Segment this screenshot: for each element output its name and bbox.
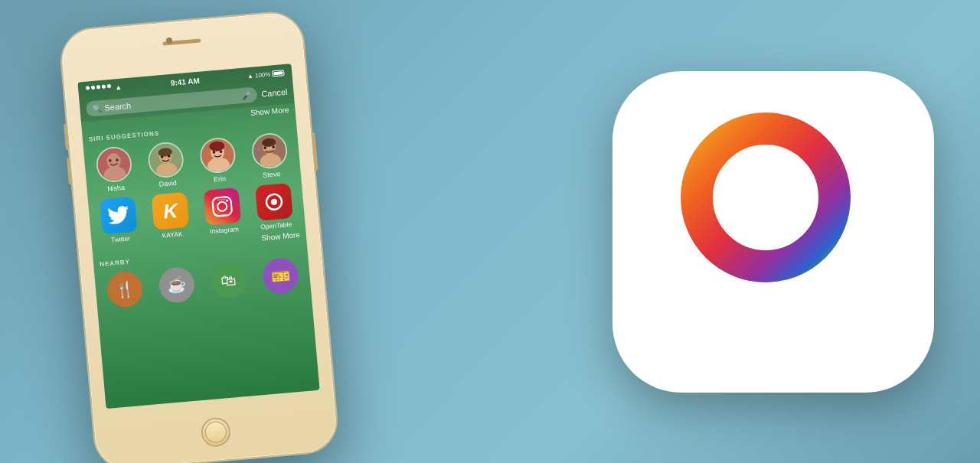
contact-avatar-steve: [250, 132, 289, 170]
contact-name-erin: Erin: [214, 174, 227, 183]
ios9-icon-container: [612, 71, 934, 393]
app-instagram[interactable]: Instagram: [198, 187, 247, 236]
signal-dot: [102, 84, 106, 88]
ios9-icon: [612, 71, 934, 393]
nearby-tickets[interactable]: 🎫: [261, 256, 299, 295]
wifi-icon: ▲: [115, 83, 122, 91]
instagram-app-icon: [203, 187, 241, 225]
app-label-instagram: Instagram: [210, 225, 240, 235]
opentable-app-icon: [255, 182, 293, 220]
nearby-food[interactable]: 🍴: [106, 270, 144, 308]
status-time: 9:41 AM: [170, 76, 200, 86]
iphone-screen: ▲ 9:41 AM ▲ 100% 🔍 Search 🎤 Ca: [77, 64, 319, 409]
signal-area: ▲: [86, 83, 122, 93]
app-kayak[interactable]: K KAYAK: [146, 191, 196, 240]
avatar-nisha-image: [96, 147, 132, 182]
cancel-button[interactable]: Cancel: [261, 86, 288, 98]
battery-percent: 100%: [255, 70, 271, 79]
contact-david[interactable]: David: [142, 140, 191, 189]
signal-dot: [107, 83, 111, 87]
battery-icon: [272, 70, 285, 77]
home-button[interactable]: [200, 416, 231, 448]
signal-dot: [86, 86, 90, 90]
app-opentable[interactable]: OpenTable: [250, 182, 299, 231]
app-label-kayak: KAYAK: [162, 230, 183, 239]
avatar-erin-image: [201, 138, 236, 173]
svg-point-25: [217, 201, 227, 211]
battery-area: ▲ 100%: [247, 69, 285, 79]
contact-avatar-david: [147, 141, 185, 179]
contact-avatar-erin: [198, 136, 237, 174]
svg-point-29: [271, 198, 278, 205]
iphone-body: ▲ 9:41 AM ▲ 100% 🔍 Search 🎤 Ca: [57, 8, 340, 463]
location-icon: ▲: [247, 72, 254, 80]
nearby-cafe[interactable]: ☕: [158, 266, 196, 304]
avatar-david-image: [149, 142, 184, 178]
nearby-shop[interactable]: 🛍: [210, 261, 248, 299]
search-icon: 🔍: [92, 103, 102, 112]
search-input[interactable]: Search: [104, 100, 132, 112]
avatar-steve-image: [252, 133, 287, 168]
app-label-twitter: Twitter: [111, 234, 131, 243]
home-button-inner: [204, 420, 227, 443]
contact-erin[interactable]: Erin: [193, 135, 243, 184]
svg-point-30: [697, 129, 835, 266]
contact-nisha[interactable]: Nisha: [90, 145, 139, 194]
contact-name-nisha: Nisha: [107, 183, 126, 192]
contact-name-david: David: [158, 178, 177, 187]
iphone-device: ▲ 9:41 AM ▲ 100% 🔍 Search 🎤 Ca: [57, 8, 340, 463]
contact-avatar-nisha: [95, 145, 133, 183]
battery-fill: [273, 71, 283, 75]
microphone-icon[interactable]: 🎤: [241, 90, 251, 99]
ios9-number-svg: [628, 86, 919, 377]
front-camera: [166, 37, 173, 44]
signal-dot: [96, 85, 100, 89]
app-label-opentable: OpenTable: [260, 220, 292, 230]
kayak-app-icon: K: [152, 191, 190, 230]
contact-steve[interactable]: Steve: [245, 131, 295, 180]
contact-name-steve: Steve: [263, 170, 281, 179]
signal-dot: [91, 85, 95, 89]
svg-point-26: [226, 199, 228, 201]
twitter-app-icon: [100, 196, 138, 234]
app-twitter[interactable]: Twitter: [94, 196, 144, 245]
